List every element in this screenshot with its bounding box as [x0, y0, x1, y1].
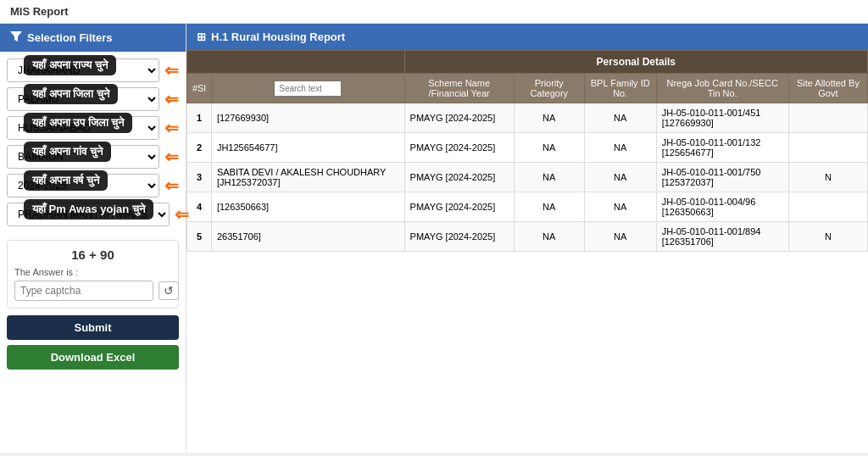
sidebar: Selection Filters JHARKHAND ⇐ यहाँ अपना … — [0, 24, 186, 453]
svg-marker-0 — [10, 31, 22, 42]
page-title: MIS Report — [0, 0, 868, 24]
col-scheme: Scheme Name /Financial Year — [404, 74, 514, 103]
sidebar-header: Selection Filters — [0, 24, 186, 52]
block-select[interactable]: HUSSAINABAD — [7, 116, 159, 140]
cell-site: N — [788, 222, 867, 252]
personal-details-group-header: Personal Details — [404, 51, 867, 74]
cell-beneficiary: SABITA DEVI / AKALESH CHOUDHARY [JH12537… — [211, 163, 404, 192]
cell-site — [788, 103, 867, 133]
col-nrega: Nrega Job Card No./SECC Tin No. — [656, 74, 788, 103]
captcha-math: 16 + 90 — [14, 247, 171, 262]
cell-sno: 2 — [187, 133, 212, 163]
cell-sno: 4 — [187, 192, 212, 222]
personal-details-header — [187, 51, 405, 74]
scheme-filter-row: PRADHAN MANTRI AWAAS ⇐ यहाँ Pm Awas yoja… — [7, 203, 179, 226]
report-table: Personal Details #Sl Scheme Name /Financ… — [186, 50, 868, 252]
col-bpl: BPL Family ID No. — [584, 74, 656, 103]
cell-priority: NA — [514, 192, 584, 222]
cell-priority: NA — [514, 222, 584, 252]
block-filter-row: HUSSAINABAD ⇐ यहाँ अपना उप जिला चुने — [7, 116, 179, 140]
cell-nrega: JH-05-010-011-001/750 [125372037] — [656, 163, 788, 192]
grid-icon: ⊞ — [197, 31, 206, 43]
scheme-select[interactable]: PRADHAN MANTRI AWAAS — [7, 203, 170, 226]
table-search-input[interactable] — [274, 81, 342, 97]
col-site: Site Allotted By Govt — [788, 74, 867, 103]
content-area: ⊞ H.1 Rural Housing Report Personal Deta… — [186, 24, 868, 453]
district-select[interactable]: PALAMU — [7, 87, 159, 111]
year-filter-row: 2024-2025 ⇐ यहाँ अपना वर्ष चुने — [7, 174, 179, 197]
cell-beneficiary: [127669930] — [211, 103, 404, 133]
cell-nrega: JH-05-010-011-001/132 [125654677] — [656, 133, 788, 163]
report-title: H.1 Rural Housing Report — [211, 31, 345, 43]
table-row: 3 SABITA DEVI / AKALESH CHOUDHARY [JH125… — [187, 163, 868, 192]
cell-priority: NA — [514, 163, 584, 192]
cell-beneficiary: 26351706] — [211, 222, 404, 252]
cell-beneficiary: JH125654677] — [211, 133, 404, 163]
submit-button[interactable]: Submit — [7, 315, 179, 340]
cell-priority: NA — [514, 103, 584, 133]
filter-icon — [10, 31, 22, 45]
cell-bpl: NA — [584, 192, 656, 222]
panchayat-filter-row: BAIRAON ⇐ यहाँ अपना गांव चुने — [7, 145, 179, 169]
report-table-wrapper: Personal Details #Sl Scheme Name /Financ… — [186, 50, 868, 453]
cell-bpl: NA — [584, 103, 656, 133]
cell-scheme: PMAYG [2024-2025] — [404, 133, 514, 163]
captcha-label: The Answer is : — [14, 267, 171, 277]
col-search — [211, 74, 404, 103]
cell-nrega: JH-05-010-011-001/451 [127669930] — [656, 103, 788, 133]
year-arrow: ⇐ — [164, 175, 179, 196]
captcha-refresh-button[interactable]: ↺ — [159, 281, 179, 300]
scheme-arrow: ⇐ — [175, 204, 189, 225]
col-priority: Priority Category — [514, 74, 584, 103]
cell-scheme: PMAYG [2024-2025] — [404, 222, 514, 252]
sidebar-title: Selection Filters — [27, 31, 112, 44]
state-filter-row: JHARKHAND ⇐ यहाँ अपना राज्य चुने — [7, 58, 179, 82]
cell-bpl: NA — [584, 222, 656, 252]
cell-scheme: PMAYG [2024-2025] — [404, 163, 514, 192]
cell-nrega: JH-05-010-011-001/894 [126351706] — [656, 222, 788, 252]
block-arrow: ⇐ — [164, 118, 179, 138]
filter-section: JHARKHAND ⇐ यहाँ अपना राज्य चुने PALAMU … — [0, 52, 186, 233]
table-row: 4 [126350663] PMAYG [2024-2025] NA NA JH… — [187, 192, 868, 222]
cell-site — [788, 133, 867, 163]
captcha-section: 16 + 90 The Answer is : ↺ — [7, 240, 179, 309]
panchayat-select[interactable]: BAIRAON — [7, 145, 159, 169]
cell-sno: 5 — [187, 222, 212, 252]
state-select[interactable]: JHARKHAND — [7, 58, 159, 82]
district-filter-row: PALAMU ⇐ यहाँ अपना जिला चुने — [7, 87, 179, 111]
cell-scheme: PMAYG [2024-2025] — [404, 103, 514, 133]
captcha-input[interactable] — [14, 281, 153, 301]
captcha-input-row: ↺ — [14, 281, 171, 301]
panchayat-arrow: ⇐ — [164, 147, 179, 167]
cell-bpl: NA — [584, 163, 656, 192]
cell-site: N — [788, 163, 867, 192]
cell-sno: 1 — [187, 103, 212, 133]
cell-nrega: JH-05-010-011-004/96 [126350663] — [656, 192, 788, 222]
download-excel-button[interactable]: Download Excel — [7, 345, 179, 370]
year-select[interactable]: 2024-2025 — [7, 174, 159, 197]
cell-bpl: NA — [584, 133, 656, 163]
table-row: 2 JH125654677] PMAYG [2024-2025] NA NA J… — [187, 133, 868, 163]
table-row: 5 26351706] PMAYG [2024-2025] NA NA JH-0… — [187, 222, 868, 252]
cell-sno: 3 — [187, 163, 212, 192]
state-arrow: ⇐ — [164, 60, 179, 81]
table-row: 1 [127669930] PMAYG [2024-2025] NA NA JH… — [187, 103, 868, 133]
cell-site — [788, 192, 867, 222]
cell-scheme: PMAYG [2024-2025] — [404, 192, 514, 222]
district-arrow: ⇐ — [164, 89, 179, 109]
cell-priority: NA — [514, 133, 584, 163]
col-sno: #Sl — [187, 74, 212, 103]
report-header: ⊞ H.1 Rural Housing Report — [186, 24, 868, 50]
cell-beneficiary: [126350663] — [211, 192, 404, 222]
